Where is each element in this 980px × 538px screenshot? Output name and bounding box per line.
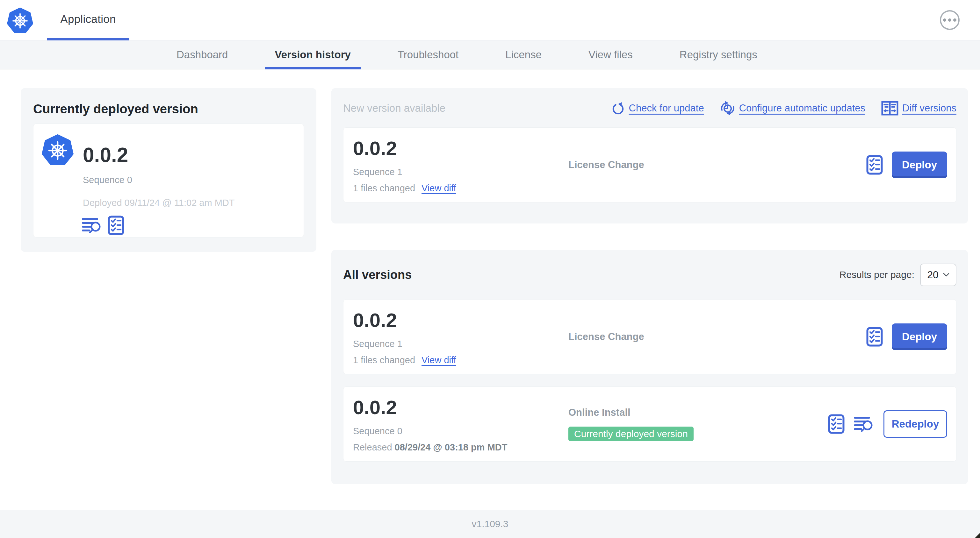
configure-automatic-updates-link[interactable]: Configure automatic updates <box>720 101 865 116</box>
version-actions: Deploy <box>866 152 947 178</box>
tab-registry-settings[interactable]: Registry settings <box>679 40 757 69</box>
results-per-page-label: Results per page: <box>840 269 914 280</box>
view-logs-icon <box>854 416 875 433</box>
link-label: Check for update <box>629 103 704 114</box>
tab-label: Troubleshoot <box>398 49 458 61</box>
view-logs-button[interactable] <box>81 217 103 234</box>
view-diff-link[interactable]: View diff <box>422 183 456 193</box>
released-date: 08/29/24 @ 03:18 pm MDT <box>395 442 508 452</box>
console-version: v1.109.3 <box>471 519 508 529</box>
preflight-checks-button[interactable] <box>828 414 845 434</box>
all-versions-card: All versions Results per page: 20 0.0.2 … <box>331 250 968 484</box>
new-version-card: New version available Check for update C… <box>331 88 968 224</box>
preflight-checks-button[interactable] <box>866 327 883 347</box>
released-label: Released <box>353 442 392 452</box>
diff-versions-link[interactable]: Diff versions <box>881 101 956 116</box>
redeploy-button[interactable]: Redeploy <box>883 410 947 438</box>
version-source-label: License Change <box>568 159 644 171</box>
tab-version-history[interactable]: Version history <box>275 40 350 69</box>
version-number: 0.0.2 <box>353 137 456 159</box>
version-number: 0.0.2 <box>353 396 507 419</box>
view-diff-link[interactable]: View diff <box>422 355 456 365</box>
app-header: Application <box>0 0 980 40</box>
tab-label: License <box>505 49 542 61</box>
version-info: 0.0.2 Sequence 1 1 files changedView dif… <box>353 309 456 366</box>
currently-deployed-badge: Currently deployed version <box>568 427 694 441</box>
deploy-button[interactable]: Deploy <box>892 324 947 350</box>
results-per-page-select[interactable]: 20 <box>920 263 956 286</box>
tab-label: View files <box>589 49 633 61</box>
files-changed-label: 1 files changed <box>353 355 415 365</box>
view-logs-icon <box>81 217 103 234</box>
tab-view-files[interactable]: View files <box>589 40 633 69</box>
all-versions-header: All versions Results per page: 20 <box>343 263 956 287</box>
files-changed-label: 1 files changed <box>353 183 415 193</box>
version-row-sequence-1: 0.0.2 Sequence 1 1 files changedView dif… <box>343 299 956 375</box>
chevron-down-icon <box>943 273 950 277</box>
diff-icon <box>881 101 899 116</box>
tab-troubleshoot[interactable]: Troubleshoot <box>398 40 458 69</box>
tab-label: Version history <box>275 49 350 61</box>
version-info: 0.0.2 Sequence 1 1 files changedView dif… <box>353 137 456 194</box>
deploy-button[interactable]: Deploy <box>892 152 947 178</box>
overflow-menu-button[interactable] <box>940 10 959 30</box>
auto-update-icon <box>720 101 735 116</box>
tab-license[interactable]: License <box>505 40 542 69</box>
preflight-checks-icon <box>866 327 883 347</box>
version-released-line: Released 08/29/24 @ 03:18 pm MDT <box>353 441 507 453</box>
ellipsis-dot <box>953 19 956 22</box>
version-source: License Change <box>568 159 644 171</box>
current-version-sequence: Sequence 0 <box>83 175 132 185</box>
ellipsis-dot <box>943 19 946 22</box>
cursor-artifact <box>975 533 980 538</box>
version-sequence: Sequence 0 <box>353 425 507 436</box>
version-files-line: 1 files changedView diff <box>353 354 456 366</box>
new-version-title: New version available <box>343 102 445 114</box>
app-tab[interactable]: Application <box>47 0 129 40</box>
refresh-icon <box>611 101 625 115</box>
tab-label: Registry settings <box>679 49 757 61</box>
new-version-header: New version available Check for update C… <box>343 97 956 120</box>
results-per-page: Results per page: 20 <box>840 263 956 286</box>
link-label: Diff versions <box>902 103 956 114</box>
check-for-update-link[interactable]: Check for update <box>611 101 704 115</box>
admin-console-page: Application Dashboard Version history Tr… <box>0 0 980 538</box>
nav-tabs: Dashboard Version history Troubleshoot L… <box>0 40 980 70</box>
tab-label: Dashboard <box>177 49 228 61</box>
current-version-number: 0.0.2 <box>83 144 128 167</box>
kubernetes-logo-icon <box>7 7 33 34</box>
version-source-label: Online Install <box>568 407 694 418</box>
version-source: Online Install Currently deployed versio… <box>568 407 694 441</box>
version-source-label: License Change <box>568 331 644 343</box>
view-logs-button[interactable] <box>854 416 875 433</box>
preflight-checks-button[interactable] <box>108 216 124 235</box>
current-version-actions <box>81 216 124 235</box>
app-tab-active-underline <box>47 38 129 40</box>
new-version-header-actions: Check for update Configure automatic upd… <box>611 101 956 116</box>
preflight-checks-icon <box>108 216 124 235</box>
preflight-checks-button[interactable] <box>866 155 883 175</box>
currently-deployed-title: Currently deployed version <box>33 101 304 116</box>
app-tab-label: Application <box>47 0 129 38</box>
ellipsis-dot <box>948 19 951 22</box>
currently-deployed-version-panel: 0.0.2 Sequence 0 Deployed 09/11/24 @ 11:… <box>33 124 304 238</box>
new-version-row: 0.0.2 Sequence 1 1 files changedView dif… <box>343 127 956 203</box>
version-row-sequence-0: 0.0.2 Sequence 0 Released 08/29/24 @ 03:… <box>343 386 956 462</box>
version-sequence: Sequence 1 <box>353 338 456 349</box>
version-actions: Redeploy <box>828 410 947 438</box>
application-icon <box>42 133 73 167</box>
results-per-page-value: 20 <box>927 269 939 281</box>
app-footer: v1.109.3 <box>0 509 980 538</box>
version-files-line: 1 files changedView diff <box>353 183 456 194</box>
version-actions: Deploy <box>866 324 947 350</box>
version-source: License Change <box>568 331 644 343</box>
tab-dashboard[interactable]: Dashboard <box>177 40 228 69</box>
preflight-checks-icon <box>866 155 883 175</box>
currently-deployed-card: Currently deployed version 0.0.2 Sequenc… <box>21 88 317 252</box>
all-versions-title: All versions <box>343 268 412 282</box>
version-info: 0.0.2 Sequence 0 Released 08/29/24 @ 03:… <box>353 396 507 453</box>
version-number: 0.0.2 <box>353 309 456 332</box>
link-label: Configure automatic updates <box>739 103 865 114</box>
preflight-checks-icon <box>828 414 845 434</box>
version-sequence: Sequence 1 <box>353 167 456 177</box>
